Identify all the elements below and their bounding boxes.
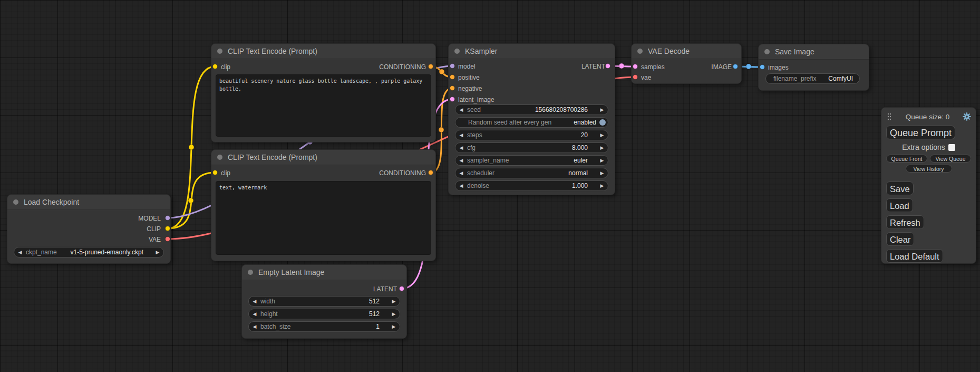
widget-filename-prefix[interactable]: filename_prefix ComfyUI [765,73,860,84]
widget-scheduler[interactable]: ◀ scheduler normal ▶ [455,168,608,178]
decrement-arrow-icon[interactable]: ◀ [249,322,260,331]
save-button[interactable]: Save [886,182,914,195]
link-midpoint-dot [619,63,624,69]
increment-arrow-icon[interactable]: ▶ [596,156,608,165]
decrement-arrow-icon[interactable]: ◀ [249,309,260,319]
drag-handle-icon[interactable] [886,112,892,121]
negative-prompt-textarea[interactable]: text, watermark [216,181,431,255]
widget-batch-size[interactable]: ◀ batch_size 1 ▶ [248,321,400,332]
output-label-latent: LATENT [373,285,397,293]
widget-value: ComfyUI [828,75,853,82]
link-midpoint-dot [439,69,444,74]
collapse-dot-icon[interactable] [764,49,770,54]
node-ksampler[interactable]: KSampler model positive negative latent_… [448,43,615,195]
widget-denoise[interactable]: ◀ denoise 1.000 ▶ [455,180,608,191]
extra-options-label: Extra options [902,143,945,151]
decrement-arrow-icon[interactable]: ◀ [455,130,467,140]
decrement-arrow-icon[interactable]: ◀ [455,168,467,178]
widget-label: steps [467,131,581,139]
input-label-samples: samples [641,63,665,71]
increment-arrow-icon[interactable]: ▶ [596,168,608,178]
widget-value: 156680208700286 [535,106,588,113]
link-midpoint-dot [189,145,194,150]
link-midpoint-dot [746,64,751,69]
widget-label: scheduler [467,169,568,177]
widget-steps[interactable]: ◀ steps 20 ▶ [455,130,608,140]
widget-label: sampler_name [467,157,574,164]
node-title-bar[interactable]: VAE Decode [632,44,741,59]
input-label-clip: clip [221,169,230,177]
view-queue-button[interactable]: View Queue [930,155,971,163]
node-title-bar[interactable]: Save Image [759,44,869,60]
queue-front-button[interactable]: Queue Front [886,155,927,163]
widget-label: width [260,298,369,305]
widget-value: 512 [369,298,380,305]
collapse-dot-icon[interactable] [13,199,18,205]
node-title-bar[interactable]: CLIP Text Encode (Prompt) [211,44,435,59]
node-save-image[interactable]: Save Image images filename_prefix ComfyU… [758,44,869,91]
input-label-negative: negative [458,85,482,92]
decrement-arrow-icon[interactable]: ◀ [455,143,467,152]
widget-width[interactable]: ◀ width 512 ▶ [248,296,400,307]
increment-arrow-icon[interactable]: ▶ [596,130,608,140]
node-title: Save Image [775,47,814,56]
increment-arrow-icon[interactable]: ▶ [596,181,608,190]
increment-arrow-icon[interactable]: ▶ [152,247,163,257]
settings-gear-icon[interactable] [963,112,971,121]
node-empty-latent-image[interactable]: Empty Latent Image LATENT ◀ width 512 ▶ … [241,264,407,339]
node-title: KSampler [465,47,497,55]
widget-cfg[interactable]: ◀ cfg 8.000 ▶ [455,142,608,153]
node-title: CLIP Text Encode (Prompt) [228,47,317,55]
decrement-arrow-icon[interactable]: ◀ [14,247,26,257]
node-vae-decode[interactable]: VAE Decode samples vae IMAGE [631,43,742,84]
increment-arrow-icon[interactable]: ▶ [596,143,608,152]
input-label-latent-image: latent_image [458,96,494,103]
load-button[interactable]: Load [886,198,913,212]
node-clip-text-encode-positive[interactable]: CLIP Text Encode (Prompt) clip CONDITION… [211,43,436,142]
view-history-button[interactable]: View History [906,165,952,173]
widget-value: enabled [574,119,596,126]
node-title-bar[interactable]: Empty Latent Image [242,265,406,280]
widget-height[interactable]: ◀ height 512 ▶ [248,309,400,319]
widget-value: euler [574,157,588,164]
widget-ckpt-name[interactable]: ◀ ckpt_name v1-5-pruned-emaonly.ckpt ▶ [14,247,164,257]
clear-button[interactable]: Clear [886,232,914,246]
widget-random-seed-toggle[interactable]: Random seed after every gen enabled [455,117,608,128]
wire-clip-to-clip-encode-2 [168,173,215,228]
collapse-dot-icon[interactable] [248,270,253,275]
link-midpoint-dot [439,127,444,132]
queue-prompt-button[interactable]: Queue Prompt [886,126,955,139]
widget-sampler-name[interactable]: ◀ sampler_name euler ▶ [455,155,608,166]
increment-arrow-icon[interactable]: ▶ [596,105,608,115]
input-label-clip: clip [221,63,230,71]
decrement-arrow-icon[interactable]: ◀ [455,156,467,165]
positive-prompt-textarea[interactable]: beautiful scenery nature glass bottle la… [216,74,431,137]
widget-value: 512 [369,310,380,318]
widget-seed[interactable]: ◀ seed 156680208700286 ▶ [455,104,608,115]
node-title-bar[interactable]: CLIP Text Encode (Prompt) [211,150,435,165]
decrement-arrow-icon[interactable]: ◀ [249,297,260,306]
decrement-arrow-icon[interactable]: ◀ [455,105,467,115]
wire-clip-to-clip-encode-1 [168,66,215,228]
refresh-button[interactable]: Refresh [886,215,924,229]
toggle-circle-icon[interactable] [599,119,606,126]
decrement-arrow-icon[interactable]: ◀ [455,181,467,190]
collapse-dot-icon[interactable] [217,49,222,54]
widget-label: height [260,310,369,318]
node-clip-text-encode-negative[interactable]: CLIP Text Encode (Prompt) clip CONDITION… [211,149,436,261]
load-default-button[interactable]: Load Default [886,249,943,263]
collapse-dot-icon[interactable] [454,49,460,54]
extra-options-checkbox[interactable] [948,144,955,151]
increment-arrow-icon[interactable]: ▶ [388,297,400,306]
node-title: Load Checkpoint [24,198,79,206]
collapse-dot-icon[interactable] [637,49,643,54]
node-title-bar[interactable]: KSampler [449,44,615,59]
increment-arrow-icon[interactable]: ▶ [388,322,400,331]
increment-arrow-icon[interactable]: ▶ [388,309,400,319]
node-title: VAE Decode [648,47,690,55]
node-load-checkpoint[interactable]: Load Checkpoint MODEL CLIP VAE ◀ ckpt_na… [7,194,171,264]
comfyui-canvas[interactable]: { "colors": { "model": "#B39DDB", "clip"… [0,0,980,372]
node-title-bar[interactable]: Load Checkpoint [7,195,170,210]
collapse-dot-icon[interactable] [217,155,222,160]
queue-panel-header: Queue size: 0 [886,112,971,121]
